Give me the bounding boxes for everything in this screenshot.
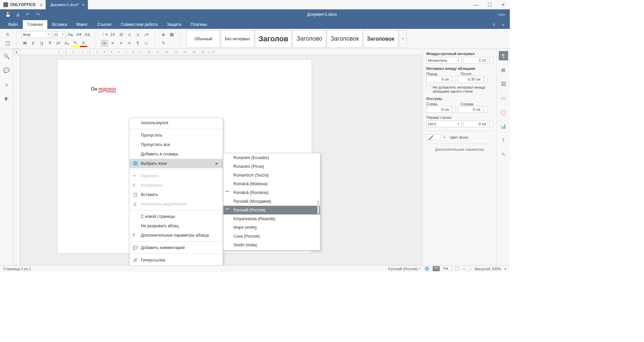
style-heading2[interactable]: Заголово — [292, 30, 326, 48]
lang-item-selected[interactable]: ᴬᴮᴮРусский (Россия) — [223, 206, 320, 214]
lang-item[interactable]: Саха (Россия) — [223, 232, 320, 241]
first-line-input[interactable]: 0 см▲▼ — [464, 120, 493, 127]
indent-right-input[interactable]: 0 см▲▼ — [458, 106, 487, 113]
lang-item[interactable]: Kinyarwanda (Rwanda) — [223, 214, 320, 223]
tab-collaboration[interactable]: Совместная работа — [116, 20, 162, 29]
style-no-spacing[interactable]: Без интервал — [221, 30, 254, 48]
decrease-font-icon[interactable]: A▾ — [75, 31, 83, 38]
after-input[interactable]: 0.35 см▲▼ — [458, 76, 487, 83]
multilevel-icon[interactable]: ⊟ — [117, 31, 125, 38]
copy-style-icon[interactable]: ✎ — [160, 40, 167, 47]
vertical-ruler[interactable] — [13, 55, 20, 265]
fit-page-icon[interactable]: ⛶ — [455, 267, 459, 271]
close-button[interactable]: ✕ — [496, 0, 510, 9]
horizontal-ruler[interactable]: · · 1 · · 2 · · 3 · · · 1 · · 2 · · 3 · … — [20, 49, 423, 55]
spacing-type-select[interactable]: Множитель▼ — [426, 57, 462, 64]
style-heading1[interactable]: Заголов — [255, 30, 292, 48]
clear-style-icon[interactable]: ◈ — [160, 31, 167, 38]
font-size-select[interactable]: 11▼ — [52, 31, 66, 38]
ctx-add-comment[interactable]: 💬Добавить комментарий — [129, 243, 223, 252]
first-line-select[interactable]: (нет)▼ — [426, 120, 462, 127]
lang-item[interactable]: Runasimi (Piruw) — [223, 162, 320, 171]
spellcheck-icon[interactable]: 🌐 — [425, 266, 429, 271]
shading-icon[interactable]: ◇ — [143, 40, 150, 47]
strikeout-button[interactable]: Т — [46, 40, 54, 47]
copy-icon[interactable]: ⎘ — [4, 31, 11, 38]
undo-icon[interactable]: ↶ — [23, 9, 33, 19]
scrollbar-thumb[interactable] — [317, 200, 319, 214]
table-settings-icon[interactable]: ▦ — [499, 65, 508, 75]
textart-settings-icon[interactable]: T — [499, 136, 508, 145]
bullets-icon[interactable]: ⋮≡ — [101, 31, 108, 38]
ctx-skip-all[interactable]: Пропустить все — [129, 140, 223, 149]
close-tab-icon[interactable]: × — [82, 2, 85, 7]
lang-item[interactable]: Runasimi (Ecuador) — [223, 153, 320, 162]
tab-layout[interactable]: Макет — [72, 20, 93, 29]
lang-item[interactable]: Sindhi (Pakistan) — [223, 249, 320, 250]
tab-home[interactable]: Главная — [23, 20, 48, 29]
before-input[interactable]: 0 см▲▼ — [426, 76, 456, 83]
editor-area[interactable]: L · · 1 · · 2 · · 3 · · · 1 · · 2 · · 3 … — [13, 49, 423, 265]
print-icon[interactable]: 🖨 — [13, 9, 23, 19]
tab-plugins[interactable]: Плагины — [186, 20, 212, 29]
open-location-icon[interactable]: ⎘ — [489, 21, 498, 29]
style-more-button[interactable]: ▼ — [399, 30, 407, 48]
underline-button[interactable]: Ч — [38, 40, 45, 47]
change-case-icon[interactable]: Aa — [84, 31, 91, 38]
nonprinting-icon[interactable]: ¶ — [134, 40, 142, 47]
font-name-select[interactable]: Arial▼ — [21, 31, 51, 38]
indent-left-input[interactable]: 0 см▲▼ — [426, 106, 456, 113]
zoom-out-icon[interactable]: − — [469, 267, 471, 271]
hamburger-icon[interactable]: ≡ — [40, 2, 42, 7]
zoom-status[interactable]: Масштаб 100% — [475, 267, 501, 271]
view-settings-icon[interactable]: ≡ — [498, 21, 508, 29]
search-icon[interactable]: 🔍 — [3, 52, 11, 60]
ctx-add-dictionary[interactable]: Добавить в словарь — [129, 149, 223, 159]
borders-icon[interactable]: ▦ — [168, 31, 175, 38]
shape-settings-icon[interactable]: ◯ — [499, 107, 508, 117]
minimize-button[interactable]: — — [470, 0, 483, 9]
same-style-checkbox[interactable]: Не добавлять интервал между абзацами одн… — [426, 85, 493, 93]
lang-item[interactable]: ᴬᴮᴮRomână (România) — [223, 188, 320, 197]
chevron-down-icon[interactable]: ▼ — [443, 136, 446, 139]
numbering-icon[interactable]: 1≡ — [109, 31, 116, 38]
header-settings-icon[interactable]: ▭ — [499, 93, 508, 103]
bg-color-swatch[interactable] — [426, 134, 441, 140]
spellcheck-toggle[interactable]: ᴬᴮᴮ — [433, 266, 440, 271]
headings-icon[interactable]: ≡ — [3, 81, 11, 89]
ctx-skip[interactable]: Пропустить — [129, 131, 223, 140]
decrease-indent-icon[interactable]: ≤ — [126, 31, 133, 38]
increase-indent-icon[interactable]: ≥ — [134, 31, 142, 38]
lang-item[interactable]: Română (Moldova) — [223, 180, 320, 188]
style-normal[interactable]: Обычный — [186, 30, 220, 48]
font-color-button[interactable]: A — [80, 40, 87, 47]
ctx-hyperlink[interactable]: 🔗Гиперссылка — [129, 255, 223, 265]
document-text[interactable]: Он подскол — [91, 86, 116, 92]
ctx-paragraph-settings[interactable]: ¶Дополнительные параметры абзаца — [129, 231, 223, 240]
ctx-new-page[interactable]: С новой страницы — [129, 212, 223, 221]
lang-item[interactable]: Русский (Молдавия) — [223, 197, 320, 206]
save-icon[interactable]: 💾 — [3, 9, 13, 19]
style-heading4[interactable]: Заголовок — [363, 30, 398, 48]
misspelled-word[interactable]: подскол — [99, 86, 116, 92]
lang-item[interactable]: Rumantsch (Svizra) — [223, 171, 320, 180]
paste-icon[interactable]: 📋 — [4, 40, 11, 47]
paragraph-settings-icon[interactable]: ¶ — [499, 51, 508, 60]
tab-insert[interactable]: Вставка — [47, 20, 72, 29]
checkbox-icon[interactable] — [426, 86, 431, 90]
align-left-icon[interactable]: ≡ — [101, 40, 108, 47]
bold-button[interactable]: Ж — [21, 40, 29, 47]
page-status[interactable]: Страница 1 из 1 — [3, 267, 31, 271]
subscript-button[interactable]: A₂ — [63, 40, 70, 47]
ctx-paste[interactable]: 📋Вставить — [129, 190, 223, 199]
ctx-choose-language[interactable]: 🌐 Выбрать язык ▶ — [129, 159, 223, 168]
user-label[interactable]: User — [497, 12, 507, 16]
ctx-keep-together[interactable]: Не разрывать абзац — [129, 221, 223, 231]
highlight-color-button[interactable]: ✎ — [71, 40, 79, 47]
italic-button[interactable]: К — [30, 40, 37, 47]
image-settings-icon[interactable]: 🖼 — [499, 79, 508, 89]
lang-item[interactable]: Sindhi (India) — [223, 241, 320, 249]
lang-item[interactable]: संस्कृत (भारतम्) — [223, 223, 320, 232]
signature-settings-icon[interactable]: ✎ — [499, 150, 508, 159]
spacing-value-input[interactable]: 1.15▲▼ — [464, 57, 493, 64]
